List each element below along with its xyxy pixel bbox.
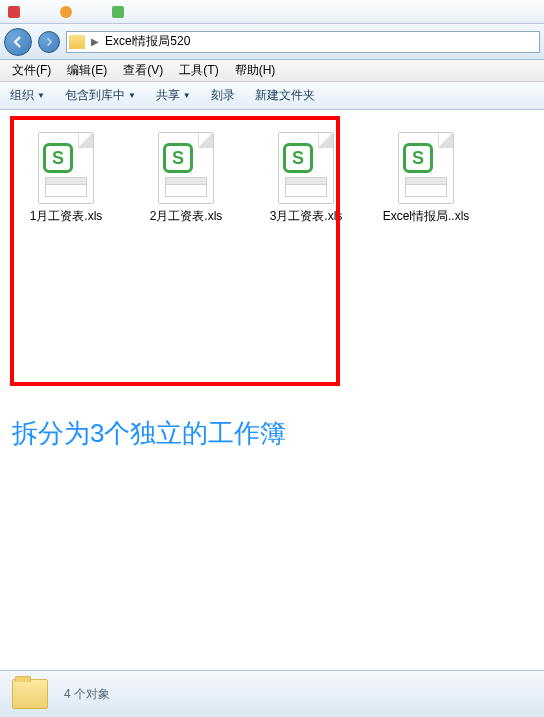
- file-item[interactable]: S 2月工资表.xls: [136, 124, 236, 225]
- menu-help[interactable]: 帮助(H): [227, 60, 284, 81]
- file-name: 2月工资表.xls: [150, 208, 223, 225]
- organize-button[interactable]: 组织 ▼: [10, 87, 45, 104]
- organize-label: 组织: [10, 87, 34, 104]
- breadcrumb-separator: ▶: [91, 36, 99, 47]
- task-item[interactable]: [112, 6, 124, 18]
- task-item[interactable]: [8, 6, 20, 18]
- breadcrumb-folder[interactable]: Excel情报局520: [105, 33, 190, 50]
- menu-file[interactable]: 文件(F): [4, 60, 59, 81]
- include-label: 包含到库中: [65, 87, 125, 104]
- folder-icon: [12, 679, 48, 709]
- include-button[interactable]: 包含到库中 ▼: [65, 87, 136, 104]
- file-icon: S: [31, 124, 101, 204]
- menu-bar: 文件(F) 编辑(E) 查看(V) 工具(T) 帮助(H): [0, 60, 544, 82]
- chevron-down-icon: ▼: [183, 91, 191, 100]
- menu-tools[interactable]: 工具(T): [171, 60, 226, 81]
- status-count: 4 个对象: [64, 686, 110, 703]
- file-item[interactable]: S Excel情报局..xls: [376, 124, 476, 225]
- app-icon: [112, 6, 124, 18]
- app-icon: [60, 6, 72, 18]
- file-name: 3月工资表.xls: [270, 208, 343, 225]
- chevron-down-icon: ▼: [37, 91, 45, 100]
- share-button[interactable]: 共享 ▼: [156, 87, 191, 104]
- file-icon: S: [151, 124, 221, 204]
- newfolder-label: 新建文件夹: [255, 87, 315, 104]
- burn-button[interactable]: 刻录: [211, 87, 235, 104]
- forward-button[interactable]: [38, 31, 60, 53]
- newfolder-button[interactable]: 新建文件夹: [255, 87, 315, 104]
- toolbar: 组织 ▼ 包含到库中 ▼ 共享 ▼ 刻录 新建文件夹: [0, 82, 544, 110]
- content-area: S 1月工资表.xls S 2月工资表.xls S 3月工资表.xls S Ex…: [0, 110, 544, 670]
- share-label: 共享: [156, 87, 180, 104]
- burn-label: 刻录: [211, 87, 235, 104]
- nav-bar: ▶ Excel情报局520: [0, 24, 544, 60]
- taskbar: [0, 0, 544, 24]
- file-item[interactable]: S 1月工资表.xls: [16, 124, 116, 225]
- file-icon: S: [271, 124, 341, 204]
- address-bar[interactable]: ▶ Excel情报局520: [66, 31, 540, 53]
- files-grid: S 1月工资表.xls S 2月工资表.xls S 3月工资表.xls S Ex…: [8, 124, 536, 225]
- chevron-down-icon: ▼: [128, 91, 136, 100]
- file-icon: S: [391, 124, 461, 204]
- task-item[interactable]: [60, 6, 72, 18]
- status-bar: 4 个对象: [0, 670, 544, 717]
- file-item[interactable]: S 3月工资表.xls: [256, 124, 356, 225]
- menu-edit[interactable]: 编辑(E): [59, 60, 115, 81]
- app-icon: [8, 6, 20, 18]
- annotation-text: 拆分为3个独立的工作簿: [12, 416, 286, 451]
- folder-icon: [69, 35, 85, 49]
- menu-view[interactable]: 查看(V): [115, 60, 171, 81]
- file-name: Excel情报局..xls: [383, 208, 470, 225]
- back-button[interactable]: [4, 28, 32, 56]
- file-name: 1月工资表.xls: [30, 208, 103, 225]
